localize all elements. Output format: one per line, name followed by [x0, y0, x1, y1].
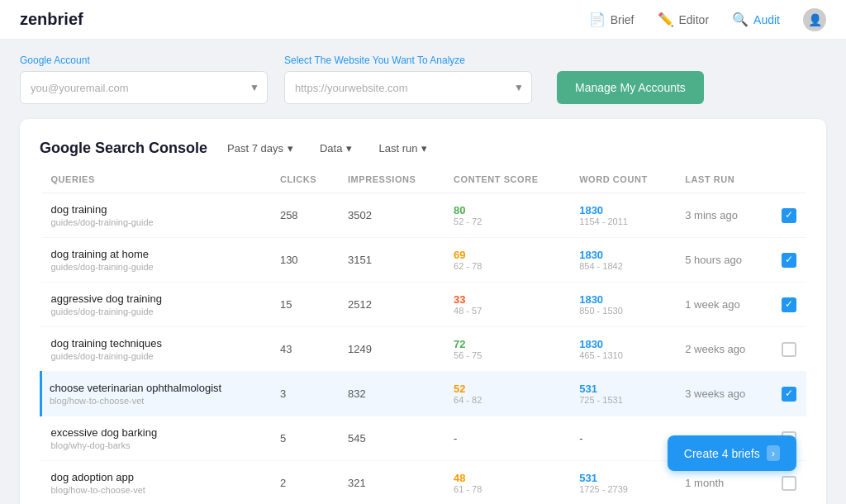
time-filter-button[interactable]: Past 7 days ▾	[221, 139, 300, 158]
query-main-5: excessive dog barking	[51, 426, 260, 439]
cell-lastrun-3: 2 weeks ago	[675, 327, 772, 372]
cell-clicks-1: 130	[270, 238, 338, 283]
google-account-group: Google Account you@youremail.com ▼	[20, 55, 268, 104]
nav-item-brief[interactable]: 📄 Brief	[589, 12, 634, 27]
nav-item-editor[interactable]: ✏️ Editor	[658, 12, 710, 27]
table-row: dog training guides/dog-training-guide 2…	[41, 193, 807, 238]
row-checkbox-2[interactable]	[782, 297, 796, 312]
query-sub-0: guides/dog-training-guide	[51, 217, 260, 227]
col-last-run: LAST RUN	[675, 174, 772, 193]
cell-clicks-3: 43	[270, 327, 338, 372]
cell-score-6: 48 61 - 78	[444, 461, 569, 505]
cell-clicks-5: 5	[270, 416, 338, 461]
row-checkbox-6[interactable]	[782, 476, 796, 491]
query-sub-1: guides/dog-training-guide	[51, 262, 260, 272]
cell-query-5: excessive dog barking blog/why-dog-barks	[41, 416, 270, 461]
cell-checkbox-2[interactable]	[772, 283, 806, 327]
table-row: aggressive dog training guides/dog-train…	[41, 283, 807, 327]
create-briefs-label: Create 4 briefs	[684, 447, 760, 460]
cell-impressions-3: 1249	[338, 327, 444, 372]
col-impressions: IMPRESSIONS	[338, 174, 444, 193]
cell-score-5: -	[444, 416, 569, 461]
table-header-row: QUERIES CLICKS IMPRESSIONS CONTENT SCORE…	[41, 174, 807, 193]
cell-score-1: 69 62 - 78	[444, 238, 569, 283]
table-row: choose veterinarian ophthalmologist blog…	[41, 372, 807, 416]
query-main-6: dog adoption app	[51, 471, 260, 483]
cell-wordcount-6: 531 1725 - 2739	[569, 461, 675, 505]
lastrun-filter-label: Last run	[378, 142, 417, 155]
query-main-2: aggressive dog training	[51, 292, 260, 305]
row-checkbox-1[interactable]	[782, 253, 796, 268]
cell-checkbox-1[interactable]	[772, 238, 806, 283]
cell-checkbox-0[interactable]	[772, 193, 806, 238]
data-filter-button[interactable]: Data ▾	[313, 139, 359, 158]
audit-icon: 🔍	[732, 12, 749, 27]
row-checkbox-3[interactable]	[782, 342, 796, 357]
cell-wordcount-2: 1830 850 - 1530	[569, 283, 675, 327]
col-checkbox	[772, 174, 806, 193]
cell-clicks-0: 258	[270, 193, 338, 238]
create-briefs-arrow: ›	[767, 445, 780, 461]
cell-impressions-4: 832	[338, 372, 444, 416]
cell-checkbox-4[interactable]	[772, 372, 806, 416]
cell-score-2: 33 48 - 57	[444, 283, 569, 327]
cell-query-6: dog adoption app blog/how-to-choose-vet	[41, 461, 270, 505]
user-avatar[interactable]: 👤	[803, 8, 826, 31]
cell-wordcount-0: 1830 1154 - 2011	[569, 193, 675, 238]
col-word-count: WORD COUNT	[569, 174, 675, 193]
cell-wordcount-5: -	[569, 416, 675, 461]
cell-lastrun-0: 3 mins ago	[675, 193, 772, 238]
editor-icon: ✏️	[658, 12, 674, 27]
website-group: Select The Website You Want To Analyze h…	[284, 55, 532, 104]
user-icon-glyph: 👤	[808, 13, 822, 26]
create-briefs-button[interactable]: Create 4 briefs ›	[668, 435, 796, 471]
cell-score-0: 80 52 - 72	[444, 193, 569, 238]
data-filter-label: Data	[320, 142, 342, 155]
cell-query-4: choose veterinarian ophthalmologist blog…	[41, 372, 270, 416]
card-header: Google Search Console Past 7 days ▾ Data…	[40, 139, 806, 158]
col-clicks: CLICKS	[270, 174, 338, 193]
query-sub-5: blog/why-dog-barks	[51, 440, 260, 450]
query-main-4: choose veterinarian ophthalmologist	[50, 382, 260, 394]
nav-item-audit[interactable]: 🔍 Audit	[732, 12, 780, 27]
google-account-select[interactable]: you@youremail.com	[20, 71, 268, 104]
brief-icon: 📄	[589, 12, 606, 27]
cell-impressions-5: 545	[338, 416, 444, 461]
cell-impressions-1: 3151	[338, 238, 444, 283]
query-main-0: dog training	[51, 203, 260, 216]
query-sub-3: guides/dog-training-guide	[51, 351, 260, 361]
cell-query-1: dog training at home guides/dog-training…	[41, 238, 270, 283]
cell-score-3: 72 56 - 75	[444, 327, 569, 372]
query-main-1: dog training at home	[51, 248, 260, 260]
lastrun-filter-button[interactable]: Last run ▾	[372, 139, 434, 158]
cell-impressions-2: 2512	[338, 283, 444, 327]
lastrun-filter-arrow: ▾	[421, 142, 427, 155]
nav-audit-label: Audit	[753, 13, 780, 26]
manage-accounts-button[interactable]: Manage My Accounts	[557, 71, 704, 104]
cell-clicks-2: 15	[270, 283, 338, 327]
row-checkbox-0[interactable]	[782, 208, 796, 223]
cell-score-4: 52 64 - 82	[444, 372, 569, 416]
cell-impressions-0: 3502	[338, 193, 444, 238]
cell-query-2: aggressive dog training guides/dog-train…	[41, 283, 270, 327]
cell-checkbox-3[interactable]	[772, 327, 806, 372]
nav-editor-label: Editor	[679, 13, 710, 26]
col-content-score: CONTENT SCORE	[444, 174, 569, 193]
nav: 📄 Brief ✏️ Editor 🔍 Audit 👤	[589, 8, 826, 31]
google-account-select-wrapper: you@youremail.com ▼	[20, 71, 268, 104]
cell-wordcount-3: 1830 465 - 1310	[569, 327, 675, 372]
row-checkbox-4[interactable]	[782, 387, 796, 402]
nav-brief-label: Brief	[611, 13, 634, 26]
website-select[interactable]: https://yourwebsite.com	[284, 71, 532, 104]
table-row: dog training at home guides/dog-training…	[41, 238, 807, 283]
cell-lastrun-1: 5 hours ago	[675, 238, 772, 283]
subheader: Google Account you@youremail.com ▼ Selec…	[0, 40, 846, 119]
query-main-3: dog training techniques	[51, 337, 260, 349]
cell-query-0: dog training guides/dog-training-guide	[41, 193, 270, 238]
col-queries: QUERIES	[41, 174, 270, 193]
query-sub-2: guides/dog-training-guide	[51, 307, 260, 316]
card-title: Google Search Console	[40, 140, 207, 157]
header: zenbrief 📄 Brief ✏️ Editor 🔍 Audit 👤	[0, 0, 846, 40]
website-label: Select The Website You Want To Analyze	[284, 55, 532, 66]
cell-wordcount-1: 1830 854 - 1842	[569, 238, 675, 283]
